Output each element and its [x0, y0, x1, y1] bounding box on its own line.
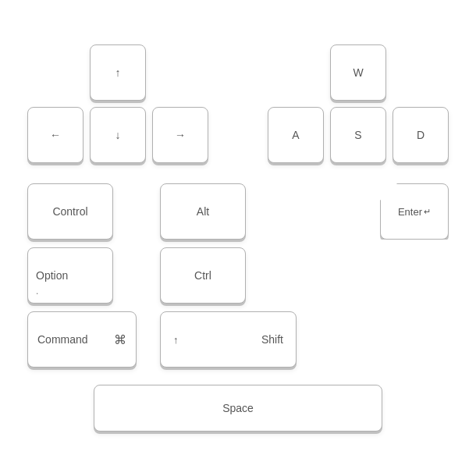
shift-key[interactable]: ↑ Shift [160, 311, 297, 368]
w-key[interactable]: W [330, 44, 386, 101]
alt-key[interactable]: Alt [160, 183, 246, 240]
arrow-left-key[interactable]: ← [27, 107, 83, 163]
d-key[interactable]: D [393, 107, 449, 163]
arrow-right-key[interactable]: → [152, 107, 208, 163]
control-key[interactable]: Control [27, 183, 113, 240]
command-label: Command [37, 333, 88, 346]
arrow-up-key[interactable]: ↑ [90, 44, 146, 101]
wasd-cluster: W A S D [268, 44, 449, 163]
space-bar-row: Space [27, 385, 449, 432]
command-key[interactable]: Command ⌘ [27, 311, 137, 368]
arrow-right-label: → [175, 129, 186, 141]
wasd-top: W [330, 44, 386, 101]
shift-symbol: ↑ [173, 334, 179, 346]
enter-label: Enter↵ [398, 206, 431, 218]
ctrl-label: Ctrl [194, 269, 211, 282]
enter-key[interactable]: Enter↵ [380, 183, 449, 240]
space-key[interactable]: Space [94, 385, 382, 432]
command-symbol: ⌘ [114, 332, 126, 347]
shift-label: Shift [261, 333, 283, 346]
arrow-down-key[interactable]: ↓ [90, 107, 146, 163]
arrow-down-label: ↓ [115, 129, 121, 141]
option-dot: . [36, 286, 38, 297]
d-label: D [417, 129, 424, 141]
a-key[interactable]: A [268, 107, 324, 163]
s-label: S [354, 129, 361, 141]
a-label: A [292, 129, 299, 141]
col-right-mods: Enter↵ [380, 183, 449, 240]
wasd-bottom: A S D [268, 107, 449, 163]
ctrl-key[interactable]: Ctrl [160, 247, 246, 304]
col-center-mods: Alt Ctrl ↑ Shift [160, 183, 297, 368]
arrows-cluster: ↑ ← ↓ → [27, 44, 208, 163]
arrow-up-label: ↑ [115, 66, 121, 79]
keyboard-layout: ↑ ← ↓ → W [20, 37, 456, 439]
option-label: Option [36, 269, 68, 282]
w-label: W [353, 66, 363, 79]
middle-section: Control Option . Command ⌘ Alt Ctrl ↑ Sh… [27, 183, 449, 368]
alt-label: Alt [197, 205, 209, 218]
space-label: Space [222, 402, 254, 414]
control-label: Control [52, 205, 87, 218]
top-section: ↑ ← ↓ → W [27, 44, 449, 163]
arrow-left-label: ← [50, 129, 61, 141]
s-key[interactable]: S [330, 107, 386, 163]
option-key[interactable]: Option . [27, 247, 113, 304]
col-left-mods: Control Option . Command ⌘ [27, 183, 137, 368]
arrows-bottom-row: ← ↓ → [27, 107, 208, 163]
